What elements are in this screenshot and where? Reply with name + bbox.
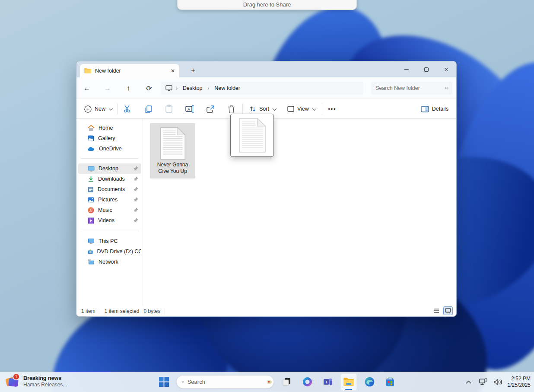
task-view-button[interactable] <box>278 373 295 391</box>
taskbar-search-input[interactable] <box>188 379 264 385</box>
edge-button[interactable] <box>361 373 378 391</box>
downloads-icon <box>88 176 94 182</box>
minimize-button[interactable] <box>397 61 416 77</box>
plus-circle-icon <box>84 105 92 113</box>
ellipsis-icon: ••• <box>328 106 336 112</box>
teams-button[interactable]: T <box>320 373 336 391</box>
details-button[interactable]: Details <box>417 102 452 115</box>
drag-to-share-dropzone[interactable]: Drag here to Share <box>177 0 357 10</box>
explorer-search-input[interactable] <box>375 85 445 91</box>
paste-icon <box>165 105 173 113</box>
cut-icon <box>123 105 132 113</box>
onedrive-icon <box>88 147 95 151</box>
file-explorer-icon <box>343 377 354 386</box>
sidebar-item-dvd-drive[interactable]: DVD Drive (D:) CCCC <box>78 246 141 257</box>
file-explorer-button[interactable] <box>340 373 357 391</box>
large-icons-view-icon <box>445 308 451 313</box>
breadcrumb-current[interactable]: New folder <box>213 84 242 92</box>
view-button[interactable]: View <box>284 102 319 115</box>
start-button[interactable] <box>156 373 172 391</box>
text-document-icon <box>238 117 267 153</box>
chevron-up-icon <box>466 380 471 384</box>
show-hidden-icons-button[interactable] <box>464 376 474 388</box>
network-icon <box>88 259 95 265</box>
file-name-label: Never Gonna Give You Up <box>152 162 194 175</box>
status-divider <box>100 308 100 314</box>
maximize-icon <box>424 67 429 72</box>
more-options-button[interactable]: ••• <box>325 102 339 115</box>
search-highlight-image <box>267 377 272 387</box>
new-tab-button[interactable]: + <box>188 65 198 76</box>
sidebar-item-videos[interactable]: Videos <box>78 215 141 226</box>
share-icon <box>206 105 215 113</box>
back-button[interactable]: ← <box>81 82 93 94</box>
taskbar-search-box[interactable] <box>176 375 274 389</box>
sidebar-item-onedrive[interactable]: OneDrive <box>78 143 141 154</box>
ethernet-network-icon <box>479 378 487 386</box>
volume-tray-button[interactable] <box>493 376 503 388</box>
sidebar-item-documents[interactable]: Documents <box>78 184 141 194</box>
sidebar-item-desktop[interactable]: Desktop <box>78 163 141 174</box>
cut-button[interactable] <box>121 102 134 115</box>
explorer-tab[interactable]: New folder ✕ <box>80 64 179 77</box>
new-label: New <box>95 106 105 112</box>
task-view-icon <box>282 377 291 386</box>
details-view-toggle[interactable] <box>432 306 441 315</box>
rename-icon: A <box>185 105 194 113</box>
sidebar-divider <box>81 158 139 159</box>
sort-label: Sort <box>259 106 269 112</box>
sidebar-item-home[interactable]: Home <box>78 123 141 133</box>
status-bar: 1 item 1 item selected 0 bytes <box>76 306 456 316</box>
drag-ghost-preview <box>230 114 274 157</box>
sidebar-item-this-pc[interactable]: This PC <box>78 236 141 246</box>
sidebar-item-music[interactable]: Music <box>78 205 141 215</box>
widgets-button[interactable]: 1 Breaking news Hamas Releases... <box>5 374 67 388</box>
icons-view-toggle[interactable] <box>443 306 453 315</box>
refresh-button[interactable]: ⟳ <box>143 82 155 94</box>
network-tray-button[interactable] <box>478 376 489 388</box>
new-button[interactable]: New <box>81 102 116 115</box>
sort-icon <box>249 105 256 112</box>
copy-button[interactable] <box>141 102 155 115</box>
svg-text:A: A <box>188 107 190 112</box>
tab-close-icon[interactable]: ✕ <box>171 68 175 74</box>
svg-text:T: T <box>325 379 328 384</box>
minimize-icon <box>404 69 409 70</box>
close-button[interactable]: ✕ <box>436 61 456 77</box>
selection-count: 1 item selected <box>105 308 140 314</box>
status-divider <box>165 308 165 314</box>
pin-icon <box>133 207 139 213</box>
item-count: 1 item <box>81 308 95 314</box>
share-button[interactable] <box>203 102 217 115</box>
file-list-pane[interactable]: Never Gonna Give You Up <box>143 119 456 306</box>
sidebar-item-network[interactable]: Network <box>78 257 141 267</box>
maximize-button[interactable] <box>416 61 436 77</box>
sidebar-divider <box>81 231 139 231</box>
pin-icon <box>133 217 139 223</box>
chevron-down-icon <box>312 106 316 111</box>
edge-icon <box>365 377 375 387</box>
titlebar[interactable]: New folder ✕ + ✕ <box>76 61 456 77</box>
forward-button[interactable]: → <box>102 82 114 94</box>
explorer-search-box[interactable] <box>371 82 452 95</box>
sidebar-item-downloads[interactable]: Downloads <box>78 174 141 184</box>
file-item-selected[interactable]: Never Gonna Give You Up <box>150 123 195 178</box>
windows-logo-icon <box>159 377 169 387</box>
up-button[interactable]: ↑ <box>122 82 134 94</box>
teams-icon: T <box>323 377 333 387</box>
gallery-icon <box>88 135 94 142</box>
file-explorer-window: New folder ✕ + ✕ ← → ↑ ⟳ › Desktop › New… <box>76 61 457 317</box>
rename-button[interactable]: A <box>183 102 197 115</box>
sidebar-item-pictures[interactable]: Pictures <box>78 194 141 205</box>
breadcrumb-desktop[interactable]: Desktop <box>181 84 204 92</box>
paste-button[interactable] <box>162 102 176 115</box>
toolbar-divider <box>242 103 243 115</box>
address-bar[interactable]: › Desktop › New folder <box>161 82 363 95</box>
copilot-button[interactable] <box>299 373 315 391</box>
speaker-icon <box>494 379 502 386</box>
desktop-location-icon <box>165 85 172 91</box>
microsoft-store-button[interactable] <box>382 373 398 391</box>
clock[interactable]: 2:52 PM 1/25/2025 <box>508 376 531 389</box>
breadcrumb-chevron-icon: › <box>176 86 178 91</box>
sidebar-item-gallery[interactable]: Gallery <box>78 133 141 143</box>
